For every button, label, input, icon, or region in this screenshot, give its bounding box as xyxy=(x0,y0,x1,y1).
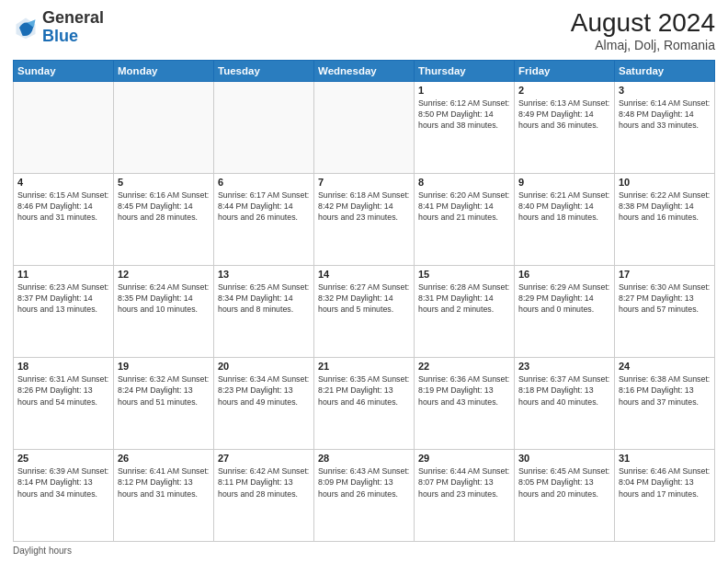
calendar-cell: 25Sunrise: 6:39 AM Sunset: 8:14 PM Dayli… xyxy=(14,449,114,541)
day-number: 10 xyxy=(619,177,711,188)
calendar-table: SundayMondayTuesdayWednesdayThursdayFrid… xyxy=(13,60,715,542)
day-info: Sunrise: 6:38 AM Sunset: 8:16 PM Dayligh… xyxy=(619,373,711,408)
day-info: Sunrise: 6:35 AM Sunset: 8:21 PM Dayligh… xyxy=(318,373,410,408)
day-number: 1 xyxy=(418,85,510,96)
calendar-cell: 21Sunrise: 6:35 AM Sunset: 8:21 PM Dayli… xyxy=(314,357,415,449)
day-number: 15 xyxy=(418,269,510,280)
day-info: Sunrise: 6:32 AM Sunset: 8:24 PM Dayligh… xyxy=(118,373,210,408)
calendar-cell: 1Sunrise: 6:12 AM Sunset: 8:50 PM Daylig… xyxy=(415,81,515,173)
day-number: 18 xyxy=(17,361,109,372)
day-info: Sunrise: 6:39 AM Sunset: 8:14 PM Dayligh… xyxy=(17,465,109,500)
day-number: 28 xyxy=(318,453,410,464)
day-info: Sunrise: 6:25 AM Sunset: 8:34 PM Dayligh… xyxy=(218,282,310,316)
calendar-cell: 24Sunrise: 6:38 AM Sunset: 8:16 PM Dayli… xyxy=(615,357,715,449)
calendar-header-sunday: Sunday xyxy=(14,60,114,81)
calendar-cell xyxy=(14,81,114,173)
day-info: Sunrise: 6:43 AM Sunset: 8:09 PM Dayligh… xyxy=(318,465,410,500)
calendar-cell: 3Sunrise: 6:14 AM Sunset: 8:48 PM Daylig… xyxy=(615,81,715,173)
calendar-week-3: 18Sunrise: 6:31 AM Sunset: 8:26 PM Dayli… xyxy=(14,357,715,449)
calendar-cell: 9Sunrise: 6:21 AM Sunset: 8:40 PM Daylig… xyxy=(515,173,615,265)
day-info: Sunrise: 6:15 AM Sunset: 8:46 PM Dayligh… xyxy=(17,190,109,224)
day-info: Sunrise: 6:36 AM Sunset: 8:19 PM Dayligh… xyxy=(418,373,510,408)
calendar-cell: 4Sunrise: 6:15 AM Sunset: 8:46 PM Daylig… xyxy=(14,173,114,265)
calendar-header-monday: Monday xyxy=(114,60,214,81)
header: General Blue August 2024 Almaj, Dolj, Ro… xyxy=(13,9,715,52)
day-number: 21 xyxy=(318,361,410,372)
day-info: Sunrise: 6:31 AM Sunset: 8:26 PM Dayligh… xyxy=(17,373,109,408)
calendar-cell: 18Sunrise: 6:31 AM Sunset: 8:26 PM Dayli… xyxy=(14,357,114,449)
calendar-cell: 2Sunrise: 6:13 AM Sunset: 8:49 PM Daylig… xyxy=(515,81,615,173)
title-block: August 2024 Almaj, Dolj, Romania xyxy=(571,9,715,52)
day-number: 8 xyxy=(418,177,510,188)
day-info: Sunrise: 6:18 AM Sunset: 8:42 PM Dayligh… xyxy=(318,190,410,224)
calendar-cell: 22Sunrise: 6:36 AM Sunset: 8:19 PM Dayli… xyxy=(415,357,515,449)
day-number: 2 xyxy=(518,85,610,96)
logo: General Blue xyxy=(13,9,104,46)
calendar-header-thursday: Thursday xyxy=(415,60,515,81)
calendar-cell: 19Sunrise: 6:32 AM Sunset: 8:24 PM Dayli… xyxy=(114,357,214,449)
calendar-cell xyxy=(314,81,415,173)
calendar-cell: 17Sunrise: 6:30 AM Sunset: 8:27 PM Dayli… xyxy=(615,265,715,357)
day-number: 4 xyxy=(17,177,109,188)
calendar-header-row: SundayMondayTuesdayWednesdayThursdayFrid… xyxy=(14,60,715,81)
day-number: 12 xyxy=(118,269,210,280)
day-info: Sunrise: 6:13 AM Sunset: 8:49 PM Dayligh… xyxy=(518,98,610,132)
day-info: Sunrise: 6:45 AM Sunset: 8:05 PM Dayligh… xyxy=(518,465,610,500)
day-number: 16 xyxy=(518,269,610,280)
footer-note: Daylight hours xyxy=(13,546,715,556)
day-info: Sunrise: 6:46 AM Sunset: 8:04 PM Dayligh… xyxy=(619,465,711,500)
calendar-header-friday: Friday xyxy=(515,60,615,81)
calendar-cell: 14Sunrise: 6:27 AM Sunset: 8:32 PM Dayli… xyxy=(314,265,415,357)
day-number: 29 xyxy=(418,453,510,464)
calendar-cell: 15Sunrise: 6:28 AM Sunset: 8:31 PM Dayli… xyxy=(415,265,515,357)
calendar-header-saturday: Saturday xyxy=(615,60,715,81)
calendar-cell: 16Sunrise: 6:29 AM Sunset: 8:29 PM Dayli… xyxy=(515,265,615,357)
calendar-cell: 5Sunrise: 6:16 AM Sunset: 8:45 PM Daylig… xyxy=(114,173,214,265)
day-info: Sunrise: 6:41 AM Sunset: 8:12 PM Dayligh… xyxy=(118,465,210,500)
day-number: 17 xyxy=(619,269,711,280)
day-number: 13 xyxy=(218,269,310,280)
day-info: Sunrise: 6:16 AM Sunset: 8:45 PM Dayligh… xyxy=(118,190,210,224)
day-info: Sunrise: 6:12 AM Sunset: 8:50 PM Dayligh… xyxy=(418,98,510,132)
day-number: 19 xyxy=(118,361,210,372)
daylight-label: Daylight hours xyxy=(13,546,72,556)
calendar-cell: 12Sunrise: 6:24 AM Sunset: 8:35 PM Dayli… xyxy=(114,265,214,357)
calendar-cell: 31Sunrise: 6:46 AM Sunset: 8:04 PM Dayli… xyxy=(615,449,715,541)
calendar-cell: 7Sunrise: 6:18 AM Sunset: 8:42 PM Daylig… xyxy=(314,173,415,265)
calendar-week-4: 25Sunrise: 6:39 AM Sunset: 8:14 PM Dayli… xyxy=(14,449,715,541)
logo-blue: Blue xyxy=(42,27,78,45)
logo-text: General Blue xyxy=(42,9,104,46)
logo-general: General xyxy=(42,8,104,27)
day-number: 9 xyxy=(518,177,610,188)
calendar-cell: 13Sunrise: 6:25 AM Sunset: 8:34 PM Dayli… xyxy=(214,265,314,357)
day-info: Sunrise: 6:29 AM Sunset: 8:29 PM Dayligh… xyxy=(518,282,610,316)
day-number: 20 xyxy=(218,361,310,372)
day-info: Sunrise: 6:20 AM Sunset: 8:41 PM Dayligh… xyxy=(418,190,510,224)
calendar-cell: 27Sunrise: 6:42 AM Sunset: 8:11 PM Dayli… xyxy=(214,449,314,541)
calendar-header-wednesday: Wednesday xyxy=(314,60,415,81)
calendar-cell xyxy=(214,81,314,173)
day-number: 23 xyxy=(518,361,610,372)
day-number: 3 xyxy=(619,85,711,96)
calendar-cell: 26Sunrise: 6:41 AM Sunset: 8:12 PM Dayli… xyxy=(114,449,214,541)
month-year: August 2024 xyxy=(571,9,715,38)
calendar-week-0: 1Sunrise: 6:12 AM Sunset: 8:50 PM Daylig… xyxy=(14,81,715,173)
calendar-cell: 29Sunrise: 6:44 AM Sunset: 8:07 PM Dayli… xyxy=(415,449,515,541)
day-info: Sunrise: 6:22 AM Sunset: 8:38 PM Dayligh… xyxy=(619,190,711,224)
calendar-week-2: 11Sunrise: 6:23 AM Sunset: 8:37 PM Dayli… xyxy=(14,265,715,357)
day-number: 24 xyxy=(619,361,711,372)
day-info: Sunrise: 6:30 AM Sunset: 8:27 PM Dayligh… xyxy=(619,282,711,316)
day-number: 25 xyxy=(17,453,109,464)
location: Almaj, Dolj, Romania xyxy=(571,38,715,52)
day-info: Sunrise: 6:28 AM Sunset: 8:31 PM Dayligh… xyxy=(418,282,510,316)
calendar-cell: 10Sunrise: 6:22 AM Sunset: 8:38 PM Dayli… xyxy=(615,173,715,265)
day-info: Sunrise: 6:44 AM Sunset: 8:07 PM Dayligh… xyxy=(418,465,510,500)
day-number: 22 xyxy=(418,361,510,372)
day-number: 26 xyxy=(118,453,210,464)
day-number: 31 xyxy=(619,453,711,464)
day-info: Sunrise: 6:34 AM Sunset: 8:23 PM Dayligh… xyxy=(218,373,310,408)
day-number: 14 xyxy=(318,269,410,280)
day-info: Sunrise: 6:37 AM Sunset: 8:18 PM Dayligh… xyxy=(518,373,610,408)
day-number: 6 xyxy=(218,177,310,188)
day-info: Sunrise: 6:17 AM Sunset: 8:44 PM Dayligh… xyxy=(218,190,310,224)
